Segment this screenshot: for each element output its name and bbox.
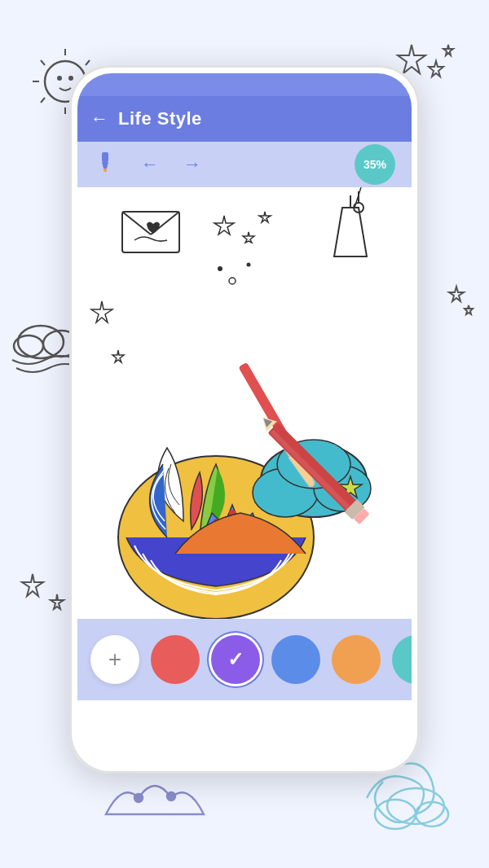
add-color-button[interactable]: + (90, 635, 139, 684)
color-swatch-blue[interactable] (271, 635, 320, 684)
phone-frame: ← Life Style ← → 35% (69, 65, 420, 774)
svg-marker-27 (102, 162, 108, 169)
svg-rect-28 (104, 169, 107, 172)
phone-inner: ← Life Style ← → 35% (77, 73, 412, 765)
svg-point-20 (167, 792, 175, 800)
svg-marker-17 (22, 574, 43, 596)
svg-point-42 (218, 266, 222, 271)
svg-point-44 (247, 263, 251, 267)
status-bar (77, 73, 412, 96)
svg-point-21 (387, 788, 444, 824)
svg-point-9 (57, 76, 62, 81)
color-swatch-orange[interactable] (332, 635, 381, 684)
app-header: ← Life Style (77, 96, 412, 142)
svg-marker-25 (465, 305, 473, 314)
progress-badge: 35% (355, 144, 395, 185)
color-swatch-teal[interactable] (392, 635, 412, 684)
color-swatch-purple[interactable]: ✓ (211, 635, 260, 684)
svg-marker-24 (449, 287, 464, 301)
redo-button[interactable]: → (183, 154, 201, 175)
undo-button[interactable]: ← (141, 154, 159, 175)
toolbar: ← → 35% (77, 142, 412, 187)
svg-marker-12 (429, 61, 443, 77)
selected-checkmark: ✓ (227, 648, 244, 671)
brush-icon[interactable] (94, 151, 117, 179)
color-palette: + ✓ (77, 619, 412, 700)
svg-line-6 (41, 98, 45, 103)
svg-point-22 (375, 800, 416, 829)
svg-marker-11 (398, 45, 425, 73)
canvas-area[interactable] (77, 187, 412, 619)
svg-marker-13 (443, 45, 453, 55)
back-button[interactable]: ← (90, 108, 108, 129)
svg-point-19 (134, 794, 143, 802)
svg-point-14 (18, 326, 64, 358)
svg-point-10 (68, 76, 73, 81)
svg-line-8 (41, 60, 45, 65)
page-title: Life Style (118, 108, 202, 129)
color-swatch-red[interactable] (151, 635, 200, 684)
svg-point-16 (14, 335, 43, 357)
svg-line-2 (86, 60, 90, 65)
svg-marker-18 (51, 594, 64, 609)
svg-rect-26 (102, 152, 108, 162)
svg-point-23 (416, 802, 448, 826)
